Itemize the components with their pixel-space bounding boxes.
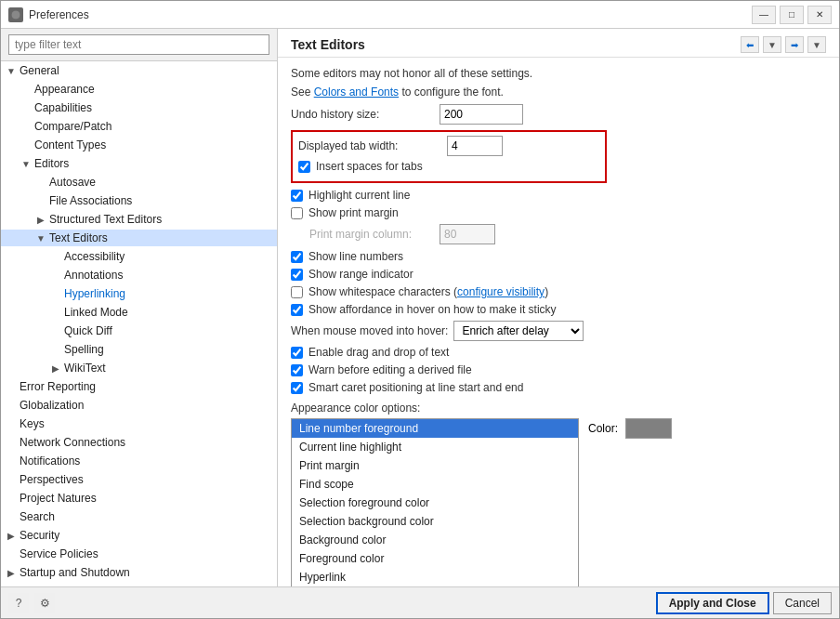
sidebar-label-search: Search xyxy=(20,510,55,523)
expand-icon-keys xyxy=(5,417,18,430)
sidebar-label-text-editors: Text Editors xyxy=(49,231,108,244)
sidebar-item-file-associations[interactable]: File Associations xyxy=(1,191,277,210)
expand-icon-startup: ▶ xyxy=(5,566,18,579)
color-swatch[interactable] xyxy=(625,418,672,439)
sidebar-item-error-reporting[interactable]: Error Reporting xyxy=(1,377,277,396)
sidebar-item-startup-shutdown[interactable]: ▶ Startup and Shutdown xyxy=(1,563,277,582)
preferences-icon-button[interactable]: ⚙ xyxy=(34,593,55,613)
nav-forward-button[interactable]: ➡ xyxy=(785,36,804,53)
tab-width-input[interactable] xyxy=(447,136,503,156)
cancel-button[interactable]: Cancel xyxy=(773,592,832,614)
color-list-item[interactable]: Current line highlight xyxy=(292,438,578,456)
sidebar-item-content-types[interactable]: Content Types xyxy=(1,136,277,154)
filter-input[interactable] xyxy=(8,34,269,55)
show-line-numbers-checkbox[interactable] xyxy=(291,251,303,263)
color-list-item[interactable]: Selection foreground color xyxy=(292,494,578,512)
color-list-item[interactable]: Hyperlink xyxy=(292,568,578,586)
sidebar-item-project-natures[interactable]: Project Natures xyxy=(1,489,277,507)
sidebar-item-network-connections[interactable]: Network Connections xyxy=(1,433,277,452)
hover-dropdown[interactable]: Enrich after delay Enrich immediately Ne… xyxy=(453,321,584,341)
content-header: Text Editors ⬅ ▼ ➡ ▼ xyxy=(278,29,839,58)
color-list-item[interactable]: Background color xyxy=(292,531,578,549)
sidebar-item-appearance[interactable]: Appearance xyxy=(1,80,277,99)
sidebar-item-linked-mode[interactable]: Linked Mode xyxy=(1,303,277,322)
sidebar-label-startup: Startup and Shutdown xyxy=(20,566,130,579)
nav-forward-dropdown-button[interactable]: ▼ xyxy=(807,36,826,53)
sidebar-item-spelling[interactable]: Spelling xyxy=(1,340,277,359)
show-affordance-row: Show affordance in hover on how to make … xyxy=(291,303,826,316)
sidebar-item-keys[interactable]: Keys xyxy=(1,415,277,433)
sidebar-item-editors[interactable]: ▼ Editors xyxy=(1,154,277,173)
expand-icon-autosave xyxy=(34,176,47,189)
smart-caret-checkbox[interactable] xyxy=(291,382,303,394)
color-list-item[interactable]: Foreground color xyxy=(292,549,578,568)
sidebar-item-compare-patch[interactable]: Compare/Patch xyxy=(1,117,277,136)
print-margin-column-input[interactable] xyxy=(440,224,495,244)
highlight-line-row: Highlight current line xyxy=(291,189,826,202)
apply-close-button[interactable]: Apply and Close xyxy=(656,592,769,614)
color-list-item[interactable]: Find scope xyxy=(292,475,578,494)
undo-history-row: Undo history size: xyxy=(291,104,826,125)
sidebar-item-perspectives[interactable]: Perspectives xyxy=(1,470,277,489)
preferences-window: Preferences — □ ✕ ▼ General xyxy=(0,0,840,619)
maximize-button[interactable]: □ xyxy=(780,6,804,24)
show-affordance-checkbox[interactable] xyxy=(291,304,303,316)
colors-fonts-link[interactable]: Colors and Fonts xyxy=(314,86,399,99)
sidebar-item-accessibility[interactable]: Accessibility xyxy=(1,247,277,266)
show-range-checkbox[interactable] xyxy=(291,269,303,281)
sidebar-item-notifications[interactable]: Notifications xyxy=(1,452,277,470)
sidebar-item-wikitext[interactable]: ▶ WikiText xyxy=(1,359,277,377)
color-list-item[interactable]: Selection background color xyxy=(292,512,578,531)
show-whitespace-checkbox[interactable] xyxy=(291,286,303,298)
sidebar-item-text-editors[interactable]: ▼ Text Editors xyxy=(1,229,277,247)
sidebar-item-globalization[interactable]: Globalization xyxy=(1,396,277,415)
show-print-margin-checkbox[interactable] xyxy=(291,207,303,219)
sidebar-item-general[interactable]: ▼ General xyxy=(1,61,277,80)
minimize-button[interactable]: — xyxy=(752,6,776,24)
expand-icon-notifications xyxy=(5,454,18,468)
sidebar-label-capabilities: Capabilities xyxy=(34,101,92,114)
expand-icon-compare xyxy=(20,120,33,133)
color-controls: Color: xyxy=(588,418,672,439)
highlight-line-checkbox[interactable] xyxy=(291,190,303,202)
sidebar-label-spelling: Spelling xyxy=(64,343,104,356)
desc2-suffix: to configure the font. xyxy=(399,86,504,99)
configure-visibility-link[interactable]: configure visibility xyxy=(457,285,545,298)
sidebar-item-quick-diff[interactable]: Quick Diff xyxy=(1,322,277,340)
undo-input[interactable] xyxy=(440,104,523,125)
warn-derived-checkbox[interactable] xyxy=(291,364,303,376)
main-content: ▼ General Appearance Capabilities xyxy=(1,29,839,586)
close-button[interactable]: ✕ xyxy=(807,6,832,24)
color-list-item[interactable]: Print margin xyxy=(292,456,578,475)
help-icon: ? xyxy=(16,597,22,610)
help-button[interactable]: ? xyxy=(8,593,29,613)
sidebar-item-hyperlinking[interactable]: Hyperlinking xyxy=(1,284,277,303)
bottom-right-buttons: Apply and Close Cancel xyxy=(656,592,832,614)
highlighted-section: Displayed tab width: Insert spaces for t… xyxy=(291,130,607,183)
expand-icon-content-types xyxy=(20,138,33,151)
sidebar-item-service-policies[interactable]: Service Policies xyxy=(1,545,277,563)
show-whitespace-row: Show whitespace characters (configure vi… xyxy=(291,285,826,298)
expand-icon-file-associations xyxy=(34,194,47,207)
sidebar-item-search[interactable]: Search xyxy=(1,507,277,526)
insert-spaces-checkbox[interactable] xyxy=(298,161,310,173)
print-margin-column-label: Print margin column: xyxy=(291,228,440,241)
nav-back-button[interactable]: ⬅ xyxy=(741,36,759,53)
sidebar-label-file-associations: File Associations xyxy=(49,194,132,207)
sidebar-label-accessibility: Accessibility xyxy=(64,250,125,263)
print-margin-column-row: Print margin column: xyxy=(291,224,826,244)
sidebar-item-capabilities[interactable]: Capabilities xyxy=(1,99,277,117)
nav-dropdown-button[interactable]: ▼ xyxy=(763,36,781,53)
sidebar-item-annotations[interactable]: Annotations xyxy=(1,266,277,284)
expand-icon-annotations xyxy=(49,269,62,282)
enable-drag-checkbox[interactable] xyxy=(291,347,303,359)
expand-icon-appearance xyxy=(20,83,33,96)
expand-icon-perspectives xyxy=(5,473,18,486)
sidebar-item-autosave[interactable]: Autosave xyxy=(1,173,277,191)
sidebar-item-structured-text-editors[interactable]: ▶ Structured Text Editors xyxy=(1,210,277,229)
insert-spaces-label: Insert spaces for tabs xyxy=(316,160,423,173)
prefs-icon: ⚙ xyxy=(40,597,50,610)
sidebar-item-security[interactable]: ▶ Security xyxy=(1,526,277,545)
expand-icon-text-editors: ▼ xyxy=(34,231,47,244)
color-list-item[interactable]: Line number foreground xyxy=(292,419,578,438)
